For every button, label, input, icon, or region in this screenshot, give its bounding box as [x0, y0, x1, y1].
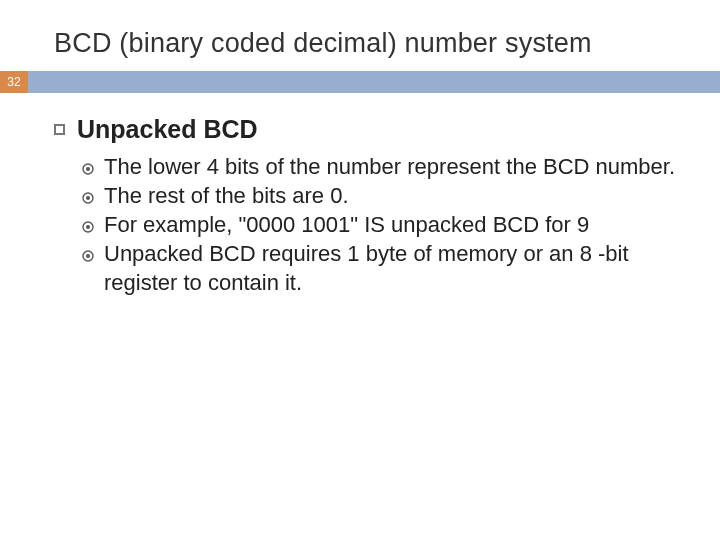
slide-title: BCD (binary coded decimal) number system	[0, 28, 720, 71]
slide-number: 32	[0, 71, 28, 93]
square-bullet-icon	[54, 124, 65, 135]
list-item: For example, "0000 1001" IS unpacked BCD…	[82, 210, 678, 239]
accent-bar	[28, 71, 720, 93]
list-item: The rest of the bits are 0.	[82, 181, 678, 210]
divider-bar: 32	[0, 71, 720, 93]
target-bullet-icon	[82, 239, 104, 268]
svg-point-7	[86, 254, 90, 258]
slide: BCD (binary coded decimal) number system…	[0, 0, 720, 540]
target-bullet-icon	[82, 152, 104, 181]
content-area: Unpacked BCD The lower 4 bits of the num…	[0, 93, 720, 297]
list-item-text: Unpacked BCD requires 1 byte of memory o…	[104, 241, 629, 295]
list-item: Unpacked BCD requires 1 byte of memory o…	[82, 239, 678, 297]
target-bullet-icon	[82, 181, 104, 210]
section-heading: Unpacked BCD	[77, 115, 258, 144]
target-bullet-icon	[82, 210, 104, 239]
svg-point-1	[86, 167, 90, 171]
svg-point-5	[86, 225, 90, 229]
heading-row: Unpacked BCD	[54, 115, 678, 144]
list-item: The lower 4 bits of the number represent…	[82, 152, 678, 181]
bullet-list: The lower 4 bits of the number represent…	[54, 152, 678, 297]
svg-point-3	[86, 196, 90, 200]
list-item-text: The rest of the bits are 0.	[104, 183, 349, 208]
list-item-text: The lower 4 bits of the number represent…	[104, 154, 675, 179]
list-item-text: For example, "0000 1001" IS unpacked BCD…	[104, 212, 589, 237]
